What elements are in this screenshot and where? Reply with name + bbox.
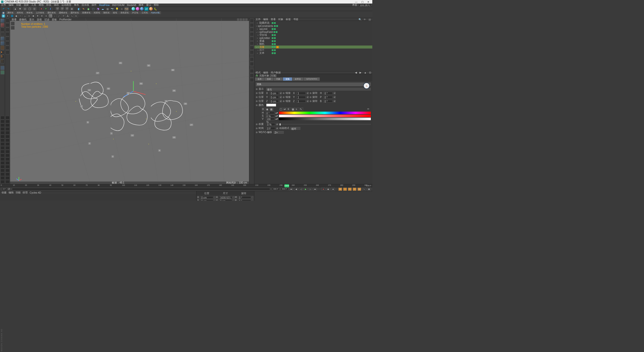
expand-icon[interactable]: -	[256, 46, 257, 48]
param-dot[interactable]	[283, 96, 285, 98]
snap-mode[interactable]: S	[1, 55, 5, 59]
mat-slot[interactable]	[6, 135, 10, 138]
r-btn[interactable]	[250, 50, 254, 54]
psr-button[interactable]: PSR	[125, 7, 129, 11]
menu-character[interactable]: 角色	[74, 3, 79, 7]
param-dot[interactable]	[256, 92, 258, 94]
domain-random[interactable]: 随机域	[102, 11, 111, 14]
r-btn[interactable]	[250, 28, 254, 32]
tab-coord[interactable]: 坐标	[264, 77, 273, 81]
start-stepper[interactable]: ▴▾	[8, 188, 10, 191]
quantize-mode[interactable]: ⬚	[1, 59, 5, 63]
strip-random-icon[interactable]: ※	[44, 14, 48, 18]
menu-plugins[interactable]: 插件	[92, 3, 97, 7]
edge-mode[interactable]	[1, 32, 5, 36]
pos-z[interactable]: 0 cm	[270, 100, 279, 103]
ct-wheel[interactable]: ◉	[266, 108, 269, 111]
goto-start[interactable]: ⏮	[289, 188, 293, 191]
tree-row-文本[interactable]: ▫文本	[254, 52, 372, 55]
ct-box[interactable]: ▢	[279, 108, 283, 111]
attr-up-icon[interactable]: ▲	[364, 71, 367, 74]
param-dot[interactable]	[283, 100, 285, 102]
menu-help[interactable]: 帮助	[154, 3, 159, 7]
fcurve-button[interactable]: ∿	[362, 188, 366, 191]
mat-slot[interactable]	[6, 150, 10, 153]
visibility-dot[interactable]	[274, 37, 276, 39]
key-pos[interactable]: ✥	[338, 188, 342, 191]
menu-redshift[interactable]: Redshift	[127, 4, 136, 7]
rot-h[interactable]: 0 °	[324, 92, 333, 95]
timeline-scrollbar[interactable]	[12, 188, 270, 190]
visibility-dot[interactable]	[274, 34, 276, 36]
tree-row-xpEmitter[interactable]: ▫xpEmitter	[254, 36, 372, 39]
step-back[interactable]: ◀	[294, 188, 298, 191]
r-btn[interactable]	[250, 73, 254, 77]
strip-cone-icon[interactable]: △	[23, 14, 27, 18]
axis-gizmo[interactable]	[133, 91, 148, 106]
mat-slot[interactable]	[6, 120, 10, 123]
axis-mode[interactable]	[1, 46, 5, 50]
mat-slot[interactable]	[1, 123, 5, 127]
scl-z[interactable]: 1	[297, 100, 306, 103]
menu-file[interactable]: 文件	[1, 3, 6, 7]
param-dot[interactable]	[256, 100, 258, 102]
mat-slot[interactable]	[6, 176, 10, 180]
v-corner-2[interactable]	[11, 26, 15, 30]
nav-axis-icon[interactable]	[15, 173, 23, 181]
l2-btn[interactable]	[6, 32, 10, 36]
render-pv-button[interactable]: 🎬	[65, 7, 69, 11]
time-value[interactable]: 0 F	[266, 127, 275, 130]
om-layer-icon[interactable]: ▤	[369, 18, 371, 21]
l2-btn[interactable]	[6, 19, 10, 23]
misc-icon[interactable]: 🐛	[153, 7, 157, 11]
expand-icon[interactable]: -	[256, 31, 257, 33]
om-eye-icon[interactable]: 👁	[364, 18, 366, 21]
attr-back-icon[interactable]: ◀	[355, 71, 357, 74]
anim-select[interactable]: 循环	[290, 127, 300, 130]
menu-select[interactable]: 选择	[24, 3, 29, 7]
ar[interactable]	[252, 196, 253, 199]
mat-slot[interactable]	[1, 120, 5, 123]
weight-stepper[interactable]: ▴▾	[276, 123, 278, 126]
visibility-dot[interactable]	[272, 22, 273, 24]
last-tool[interactable]: ⊡	[32, 7, 36, 11]
maximize-button[interactable]: ▢	[359, 0, 365, 3]
x-axis-lock[interactable]: X	[39, 7, 43, 11]
mat-slot[interactable]	[6, 131, 10, 135]
mat-slot[interactable]	[6, 169, 10, 172]
tex-mode[interactable]	[1, 23, 5, 27]
weight-value[interactable]: 0 %	[266, 123, 275, 126]
tree-row-圆环[interactable]: ▫圆环	[254, 49, 372, 52]
mat-slot[interactable]	[1, 154, 5, 157]
mtab-func[interactable]: 功能	[16, 191, 21, 194]
rot-p-stepper[interactable]: ▴▾	[334, 96, 336, 99]
visibility-dot[interactable]	[274, 22, 276, 24]
tab-effector[interactable]: 效果器	[292, 77, 303, 81]
rot-h-stepper[interactable]: ▴▾	[334, 92, 336, 95]
menu-edit[interactable]: 编辑	[9, 3, 14, 7]
strip-group-icon[interactable]: ⊞	[40, 14, 44, 18]
mat-slot[interactable]	[1, 157, 5, 161]
domain-torus[interactable]: 圆环体域	[69, 11, 80, 14]
l2-btn[interactable]	[6, 23, 10, 27]
r-btn[interactable]	[250, 19, 254, 23]
ct-pick[interactable]: ✎	[300, 108, 303, 111]
bend-deformer[interactable]: ⬔	[96, 7, 100, 11]
domain-beam[interactable]: 线束域	[92, 11, 101, 14]
mat-slot[interactable]	[1, 139, 5, 142]
tag-badge[interactable]: □	[276, 46, 279, 48]
rot-p[interactable]: 0 °	[324, 96, 333, 99]
r-btn[interactable]	[250, 32, 254, 36]
visibility-dot[interactable]	[272, 46, 273, 48]
ct-h[interactable]: H	[262, 108, 265, 111]
mat-slot[interactable]	[1, 161, 5, 165]
visibility-dot[interactable]	[274, 46, 276, 48]
ct-grid[interactable]: ▦	[292, 108, 295, 111]
mat-slot[interactable]	[1, 131, 5, 135]
r-btn[interactable]	[250, 78, 254, 82]
visibility-dot[interactable]	[274, 43, 276, 45]
sphere-pink-icon[interactable]	[136, 7, 139, 11]
om-tags[interactable]: 标签	[286, 18, 291, 21]
size-y[interactable]: 0 cm	[219, 199, 232, 201]
keyframe-button[interactable]: ◈	[331, 188, 335, 191]
